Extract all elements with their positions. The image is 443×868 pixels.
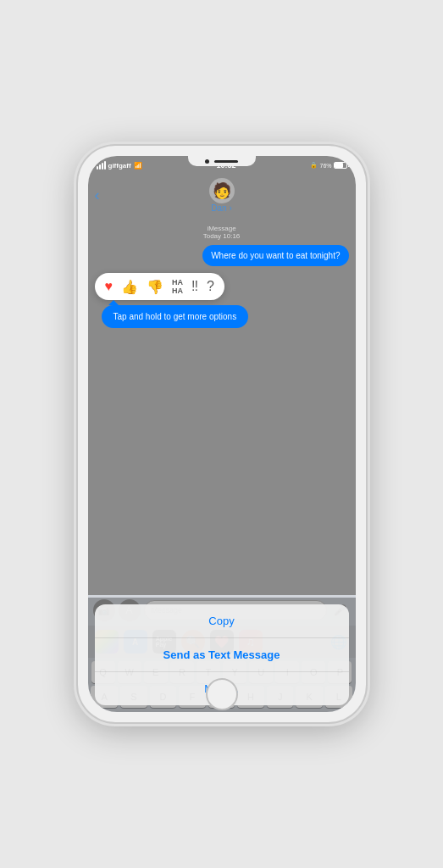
reaction-bar: ♥ 👍 👎 HAHA ‼ ?: [95, 273, 224, 300]
reaction-question[interactable]: ?: [207, 279, 214, 294]
tooltip-bubble: Tap and hold to get more options: [102, 305, 249, 328]
lock-icon: 🔒: [310, 162, 318, 169]
reaction-thumbsdown[interactable]: 👎: [147, 279, 163, 295]
avatar[interactable]: 🧑: [209, 178, 235, 203]
signal-bars: [97, 161, 106, 170]
contact-info: 🧑 Dan ›: [209, 178, 235, 213]
camera-dot: [205, 159, 209, 164]
carrier-label: giffgaff: [108, 162, 131, 170]
contact-name[interactable]: Dan ›: [211, 203, 231, 213]
messages-header: ‹ 🧑 Dan ›: [88, 175, 356, 220]
message-bubble[interactable]: Where do you want to eat tonight?: [202, 245, 348, 266]
wifi-icon: 📶: [134, 162, 142, 170]
reaction-thumbsup[interactable]: 👍: [121, 279, 138, 295]
home-button[interactable]: [206, 678, 238, 710]
back-button[interactable]: ‹: [95, 186, 100, 204]
screen: giffgaff 📶 10:32 🔒 76% ‹ 🧑 Dan ›: [88, 156, 356, 712]
chat-area: iMessage Today 10:16 Where do you want t…: [88, 220, 356, 595]
status-bar-right: 🔒 76%: [310, 162, 346, 169]
action-copy[interactable]: Copy: [95, 604, 349, 638]
reaction-exclaim[interactable]: ‼: [191, 279, 198, 294]
timestamp-label: iMessage Today 10:16: [95, 225, 349, 240]
battery-fill: [335, 163, 344, 168]
status-bar-left: giffgaff 📶: [97, 161, 142, 170]
status-bar: giffgaff 📶 10:32 🔒 76%: [88, 156, 356, 175]
battery-percent: 76%: [319, 163, 331, 169]
reaction-haha[interactable]: HAHA: [172, 278, 183, 295]
avatar-image: 🧑: [213, 181, 231, 200]
reaction-heart[interactable]: ♥: [105, 279, 114, 294]
speaker-bar: [214, 160, 238, 163]
phone-frame: giffgaff 📶 10:32 🔒 76% ‹ 🧑 Dan ›: [78, 146, 366, 722]
battery-icon: [334, 162, 347, 169]
action-send-text[interactable]: Send as Text Message: [95, 638, 349, 672]
message-row: Where do you want to eat tonight?: [95, 245, 349, 266]
